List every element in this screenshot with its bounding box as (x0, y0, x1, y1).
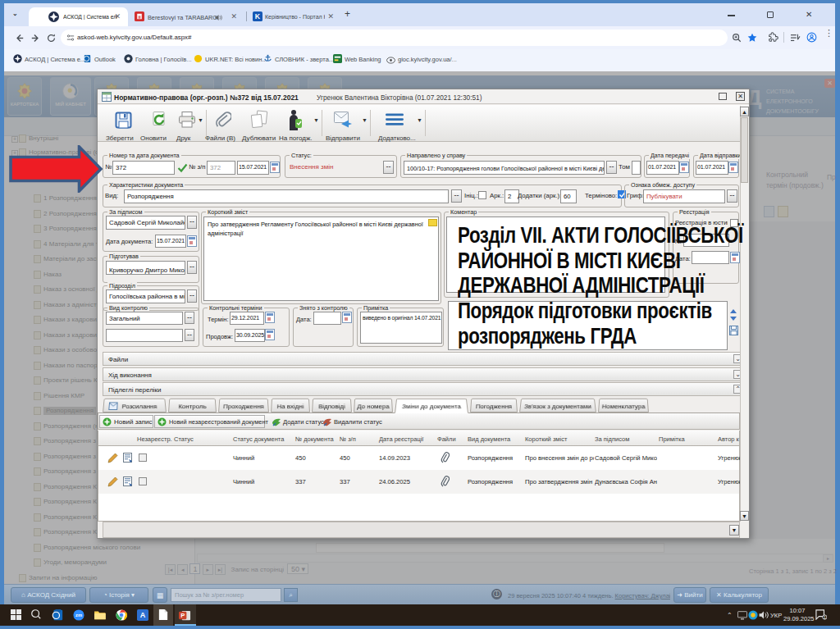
svg-text:1: 1 (824, 615, 826, 620)
svg-text:P: P (180, 612, 185, 619)
svg-text:zm: zm (75, 613, 82, 618)
svg-text:K: K (255, 12, 261, 21)
svg-text:A: A (140, 611, 146, 619)
